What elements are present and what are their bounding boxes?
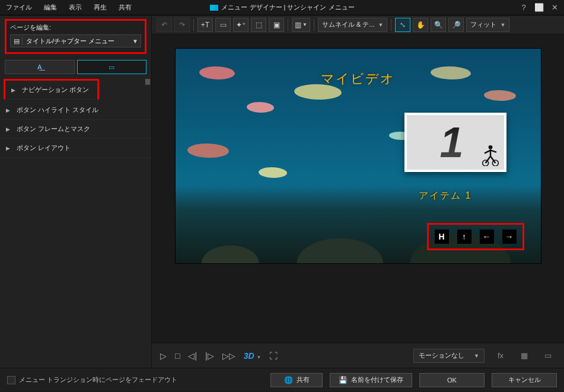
menu-bar: ファイル 編集 表示 再生 共有: [0, 0, 138, 15]
redo-icon: ↷: [179, 21, 185, 29]
text-tab-icon: A͟: [37, 63, 42, 71]
add-particle-button[interactable]: ✦⁺: [233, 18, 248, 32]
motion-value: モーションなし: [419, 351, 464, 360]
fade-checkbox[interactable]: [7, 376, 15, 384]
canvas-viewport[interactable]: マイビデオ 1 アイテム 1 H ↑ ← →: [152, 34, 564, 343]
nav-prev-button[interactable]: ←: [480, 230, 494, 244]
grid-button[interactable]: ▭: [540, 351, 556, 360]
bg-decoration: [259, 167, 287, 178]
chapter-item-label[interactable]: アイテム 1: [419, 190, 471, 202]
close-button[interactable]: ✕: [550, 3, 559, 12]
expand-icon: ▶: [6, 145, 13, 151]
tree-label: ボタン ハイライト スタイル: [17, 106, 98, 114]
add-text-button[interactable]: +T: [197, 18, 213, 32]
app-title-text: メニュー デザイナー | サンシャイン メニュー: [221, 3, 354, 12]
hand-icon: ✋: [416, 21, 425, 29]
app-logo-icon: [209, 5, 218, 11]
share-label: 共有: [297, 375, 310, 384]
menu-canvas[interactable]: マイビデオ 1 アイテム 1 H ↑ ← →: [176, 49, 541, 263]
add-image-button[interactable]: ▭: [215, 18, 231, 32]
tree-item-layout[interactable]: ▶ ボタン レイアウト: [0, 139, 151, 158]
undo-button[interactable]: ↶: [157, 18, 172, 32]
ok-label: OK: [447, 377, 457, 384]
footer-bar: メニュー トランジション時にページをフェードアウト 🌐 共有 💾 名前を付けて保…: [0, 368, 564, 391]
tab-object-properties[interactable]: ▭: [77, 60, 147, 74]
save-as-button[interactable]: 💾 名前を付けて保存: [330, 373, 412, 387]
bg-decoration: [484, 90, 516, 101]
menu-title-text[interactable]: マイビデオ: [321, 70, 395, 88]
chevron-down-icon: ▼: [378, 22, 384, 28]
button-icon: ⬚: [256, 21, 262, 29]
nav-up-button[interactable]: ↑: [457, 230, 471, 244]
scroll-indicator-icon[interactable]: [145, 79, 150, 85]
zoom-in-button[interactable]: 🔎: [448, 18, 464, 32]
help-button[interactable]: ?: [519, 3, 528, 12]
bg-decoration: [431, 66, 471, 79]
separator: [288, 19, 288, 31]
chevron-down-icon: ▼: [132, 38, 138, 44]
stop-button[interactable]: □: [175, 351, 180, 361]
app-title: メニュー デザイナー | サンシャイン メニュー: [209, 3, 354, 12]
bg-decoration: [247, 102, 274, 113]
tree-label: ボタン レイアウト: [17, 144, 71, 152]
property-tree: ▶ ナビゲーション ボタン ▶ ボタン ハイライト スタイル ▶ ボタン フレー…: [0, 78, 151, 368]
navigation-buttons-group: H ↑ ← →: [427, 223, 524, 250]
maximize-button[interactable]: ⬜: [534, 3, 544, 12]
nav-next-button[interactable]: →: [502, 230, 517, 244]
prev-frame-button[interactable]: ◁|: [188, 351, 197, 361]
redo-button[interactable]: ↷: [174, 18, 190, 32]
select-tool-button[interactable]: ⤡: [395, 18, 410, 32]
image-icon: ▭: [220, 21, 227, 29]
title-bar: ファイル 編集 表示 再生 共有 メニュー デザイナー | サンシャイン メニュ…: [0, 0, 564, 15]
sidebar-tabs: A͟ ▭: [5, 60, 146, 74]
fade-checkbox-label: メニュー トランジション時にページをフェードアウト: [19, 375, 177, 384]
pointer-icon: ⤡: [400, 21, 406, 29]
share-button[interactable]: 🌐 共有: [270, 373, 323, 387]
fast-forward-button[interactable]: ▷▷: [222, 351, 235, 361]
chapter-thumbnail[interactable]: 1: [404, 113, 506, 172]
tree-item-navigation-buttons[interactable]: ▶ ナビゲーション ボタン: [4, 79, 99, 100]
save-as-label: 名前を付けて保存: [351, 375, 403, 384]
fade-checkbox-row[interactable]: メニュー トランジション時にページをフェードアウト: [7, 375, 177, 384]
edit-page-label: ページを編集:: [10, 23, 141, 32]
zoom-out-button[interactable]: 🔍: [431, 18, 446, 32]
pan-tool-button[interactable]: ✋: [413, 18, 428, 32]
chevron-down-icon: ▼: [474, 353, 479, 359]
chevron-down-icon: ▼: [500, 22, 505, 28]
thumbnail-text-dropdown[interactable]: サムネイル & テ... ▼: [318, 18, 388, 32]
particle-icon: ✦⁺: [236, 21, 246, 29]
nav-home-button[interactable]: H: [435, 230, 449, 244]
expand-icon: ▶: [6, 126, 13, 132]
zoom-fit-dropdown[interactable]: フィット ▼: [466, 18, 509, 32]
zoom-value: フィット: [470, 20, 496, 29]
expand-icon: ▶: [11, 87, 18, 93]
menu-view[interactable]: 表示: [63, 0, 88, 15]
next-frame-button[interactable]: |▷: [205, 351, 214, 361]
layers-button[interactable]: ▣: [269, 18, 284, 32]
tree-item-highlight-style[interactable]: ▶ ボタン ハイライト スタイル: [0, 101, 151, 120]
layers-icon: ▣: [273, 21, 280, 29]
chevron-down-icon: ▼: [302, 22, 307, 27]
fullscreen-button[interactable]: ⛶: [269, 351, 278, 361]
safe-zone-button[interactable]: ▦: [517, 351, 532, 360]
edit-page-section: ページを編集: ▤ タイトル/チャプター メニュー ▼: [5, 19, 146, 54]
motion-dropdown[interactable]: モーションなし ▼: [413, 349, 485, 363]
play-button[interactable]: ▷: [160, 351, 167, 361]
page-select-dropdown[interactable]: ▤ タイトル/チャプター メニュー ▼: [10, 34, 141, 47]
cancel-button[interactable]: キャンセル: [492, 373, 557, 387]
save-icon: 💾: [339, 376, 348, 384]
ok-button[interactable]: OK: [419, 373, 485, 387]
tab-text-properties[interactable]: A͟: [5, 60, 75, 74]
menu-share[interactable]: 共有: [113, 0, 138, 15]
3d-toggle-button[interactable]: 3D ▼: [244, 351, 262, 361]
menu-file[interactable]: ファイル: [0, 0, 38, 15]
align-button[interactable]: ▥▼: [292, 18, 310, 32]
menu-edit[interactable]: 編集: [38, 0, 63, 15]
globe-icon: 🌐: [284, 376, 293, 384]
menu-play[interactable]: 再生: [88, 0, 113, 15]
tree-item-frame-mask[interactable]: ▶ ボタン フレームとマスク: [0, 120, 151, 139]
add-button-button[interactable]: ⬚: [251, 18, 266, 32]
bg-decoration: [199, 66, 235, 79]
fx-button[interactable]: fx: [493, 351, 508, 360]
expand-icon: ▶: [6, 107, 13, 113]
